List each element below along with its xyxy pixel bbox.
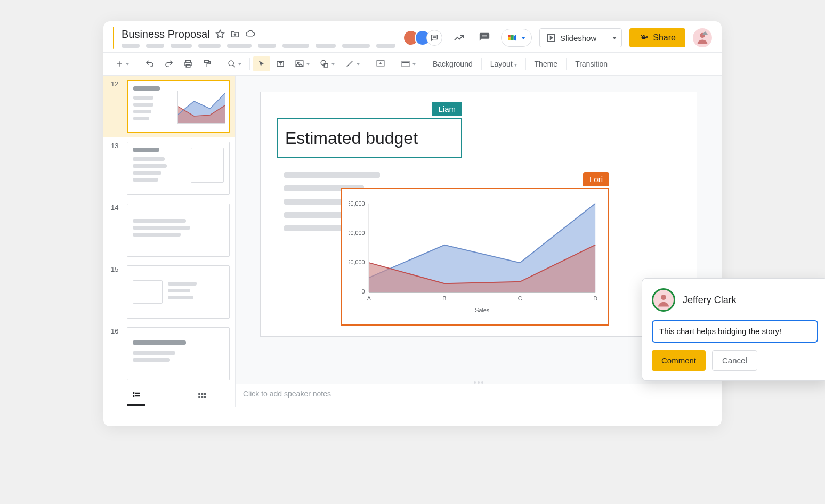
new-slide-button[interactable] bbox=[111, 56, 134, 71]
background-menu[interactable]: Background bbox=[427, 56, 478, 71]
comment-cancel-button[interactable]: Cancel bbox=[712, 350, 757, 371]
slide-thumbnail[interactable]: 16 bbox=[103, 323, 235, 385]
redo-button[interactable] bbox=[160, 56, 178, 72]
svg-text:D: D bbox=[593, 295, 597, 302]
slide-thumbnail[interactable]: 14 bbox=[103, 199, 235, 261]
comment-submit-button[interactable]: Comment bbox=[652, 350, 706, 371]
collaborator-tag-liam: Liam bbox=[432, 102, 462, 116]
svg-point-3 bbox=[435, 37, 435, 37]
move-folder-icon[interactable] bbox=[230, 29, 240, 39]
title-text-box[interactable]: Liam Estimated budget bbox=[277, 118, 462, 158]
comment-tool[interactable] bbox=[371, 56, 390, 72]
collaborator-avatars[interactable] bbox=[403, 30, 442, 46]
collapse-toolbar-icon[interactable] bbox=[697, 27, 713, 40]
svg-text:Sales: Sales bbox=[475, 307, 490, 313]
transition-menu[interactable]: Transition bbox=[570, 56, 613, 71]
svg-text:C: C bbox=[518, 295, 522, 302]
cloud-status-icon[interactable] bbox=[245, 29, 256, 39]
svg-text:150,000: 150,000 bbox=[349, 200, 365, 207]
menu-bar[interactable] bbox=[122, 44, 395, 48]
filmstrip-view-icon[interactable] bbox=[127, 386, 145, 406]
speaker-notes-area[interactable]: Click to add speaker notes bbox=[236, 384, 722, 407]
slide-canvas[interactable]: Liam Estimated budget Lori bbox=[260, 92, 697, 337]
svg-rect-45 bbox=[135, 393, 140, 394]
share-label: Share bbox=[653, 33, 676, 43]
svg-rect-44 bbox=[133, 395, 134, 397]
svg-marker-28 bbox=[306, 63, 310, 65]
svg-rect-51 bbox=[201, 396, 204, 398]
shape-tool[interactable] bbox=[316, 56, 339, 72]
slide-thumbnail[interactable]: 13 bbox=[103, 137, 235, 199]
svg-point-29 bbox=[321, 60, 326, 65]
undo-button[interactable] bbox=[141, 56, 159, 72]
notes-resize-handle[interactable] bbox=[468, 381, 489, 384]
slide-layout-tool[interactable] bbox=[397, 56, 420, 72]
star-icon[interactable] bbox=[215, 29, 225, 39]
grid-view-icon[interactable] bbox=[193, 387, 211, 405]
chart-object[interactable]: Lori 150,000 100,000 50,000 0 bbox=[341, 188, 609, 326]
activity-trend-icon[interactable] bbox=[450, 29, 468, 47]
svg-marker-0 bbox=[216, 30, 224, 38]
line-tool[interactable] bbox=[341, 56, 365, 72]
svg-marker-33 bbox=[357, 63, 360, 65]
slideshow-label: Slideshow bbox=[560, 34, 596, 43]
slide-title-text: Estimated budget bbox=[285, 128, 418, 148]
select-tool[interactable] bbox=[253, 56, 270, 71]
header-bar: Business Proposal bbox=[103, 21, 722, 52]
svg-line-32 bbox=[347, 61, 353, 67]
share-button[interactable]: Share bbox=[629, 28, 685, 47]
comment-input[interactable] bbox=[659, 327, 811, 336]
slide-number: 12 bbox=[111, 80, 122, 133]
svg-line-21 bbox=[233, 65, 235, 67]
slides-app-icon[interactable] bbox=[113, 27, 114, 49]
slide-number: 13 bbox=[111, 142, 122, 195]
svg-text:0: 0 bbox=[361, 288, 365, 295]
svg-marker-11 bbox=[612, 37, 617, 39]
svg-rect-37 bbox=[402, 61, 409, 67]
slide-number: 14 bbox=[111, 204, 122, 257]
theme-menu[interactable]: Theme bbox=[529, 56, 563, 71]
comment-popup: Jeffery Clark Comment Cancel bbox=[642, 278, 825, 381]
print-button[interactable] bbox=[179, 56, 197, 72]
slide-thumbnail[interactable]: 15 bbox=[103, 261, 235, 323]
collaborator-chat-icon bbox=[426, 30, 442, 46]
document-title[interactable]: Business Proposal bbox=[122, 28, 210, 40]
textbox-tool[interactable] bbox=[271, 56, 289, 72]
svg-rect-52 bbox=[204, 396, 206, 398]
comment-author-avatar bbox=[652, 288, 675, 312]
image-tool[interactable] bbox=[290, 56, 314, 72]
svg-rect-50 bbox=[199, 396, 201, 398]
collaborator-tag-lori: Lori bbox=[583, 172, 609, 186]
svg-text:50,000: 50,000 bbox=[349, 259, 365, 265]
svg-marker-31 bbox=[331, 63, 335, 65]
svg-rect-49 bbox=[204, 393, 206, 395]
svg-marker-22 bbox=[238, 63, 241, 65]
svg-point-1 bbox=[433, 37, 433, 37]
comment-author-name: Jeffery Clark bbox=[683, 295, 737, 306]
svg-marker-15 bbox=[126, 63, 129, 65]
svg-text:B: B bbox=[442, 295, 446, 302]
meet-button[interactable] bbox=[501, 29, 532, 47]
svg-rect-47 bbox=[199, 393, 201, 395]
svg-rect-48 bbox=[201, 393, 204, 395]
slideshow-button[interactable]: Slideshow bbox=[539, 28, 622, 47]
paint-format-button[interactable] bbox=[198, 56, 216, 72]
svg-point-20 bbox=[229, 61, 233, 66]
open-comments-icon[interactable] bbox=[475, 29, 494, 47]
toolbar: Background Layout Theme Transition bbox=[103, 52, 722, 76]
svg-text:100,000: 100,000 bbox=[349, 230, 365, 236]
svg-text:A: A bbox=[367, 295, 371, 302]
slide-editor: Liam Estimated budget Lori bbox=[236, 76, 722, 407]
svg-rect-30 bbox=[324, 63, 328, 67]
svg-rect-43 bbox=[133, 392, 134, 394]
svg-point-2 bbox=[434, 37, 434, 37]
slideshow-dropdown-icon[interactable] bbox=[608, 31, 621, 45]
speaker-notes-placeholder: Click to add speaker notes bbox=[243, 389, 331, 398]
svg-rect-4 bbox=[508, 35, 511, 37]
slide-number: 15 bbox=[111, 265, 122, 319]
layout-menu[interactable]: Layout bbox=[485, 56, 522, 71]
zoom-button[interactable] bbox=[223, 56, 246, 71]
svg-marker-40 bbox=[702, 31, 708, 35]
svg-marker-10 bbox=[550, 36, 553, 39]
slide-thumbnail[interactable]: 12 bbox=[103, 76, 235, 137]
